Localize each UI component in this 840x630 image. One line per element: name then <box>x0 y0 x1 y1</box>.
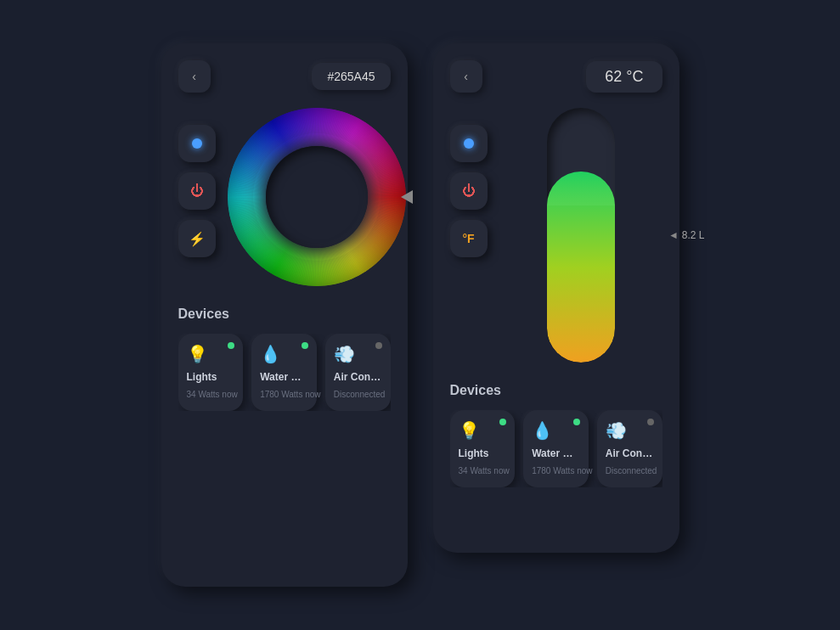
device-icon: 💨 <box>606 420 654 441</box>
device-name-label: Lights <box>459 447 507 459</box>
right-header: ‹ 62 °C <box>450 60 662 93</box>
power-button-left[interactable]: ⏻ <box>178 172 216 210</box>
device-status-dot <box>375 342 382 349</box>
wheel-indicator-icon <box>401 190 413 204</box>
color-code-badge: #265A45 <box>312 63 390 90</box>
device-status-dot <box>302 342 308 349</box>
color-wheel-inner <box>266 146 368 248</box>
thermo-level-label: ◄ 8.2 L <box>668 229 705 241</box>
left-back-button[interactable]: ‹ <box>178 60 211 93</box>
device-name-label: Air Condit... <box>334 371 382 383</box>
left-side-controls: ⏻ ⚡ <box>178 108 216 286</box>
color-wheel-section: ⏻ ⚡ <box>178 108 391 286</box>
device-watt-label: Disconnected <box>334 390 386 399</box>
right-side-controls: ⏻ °F <box>450 108 488 363</box>
level-value: 8.2 L <box>682 229 705 241</box>
right-devices-title: Devices <box>450 383 662 398</box>
right-blue-dot-icon <box>464 138 474 149</box>
device-card[interactable]: 💧Water Heater1780 Watts now <box>251 334 317 411</box>
left-header: ‹ #265A45 <box>178 60 391 93</box>
device-watt-label: Disconnected <box>606 466 657 475</box>
device-card[interactable]: 💧Water Heater1780 Watts now <box>523 410 589 487</box>
device-name-label: Air Condit... <box>606 447 654 459</box>
thermo-section: ⏻ °F ◄ 8.2 L <box>450 108 662 363</box>
device-icon: 💧 <box>532 420 580 441</box>
device-watt-label: 1780 Watts now <box>532 466 592 475</box>
left-card: ‹ #265A45 ⏻ ⚡ <box>161 43 408 587</box>
temperature-badge: 62 °C <box>586 61 662 93</box>
device-status-dot <box>647 419 654 425</box>
power-button-right[interactable]: ⏻ <box>450 172 488 210</box>
thermometer-track[interactable] <box>547 108 615 363</box>
device-card[interactable]: 💨Air Condit...Disconnected <box>597 410 662 487</box>
device-card[interactable]: 💡Lights34 Watts now <box>178 334 244 411</box>
thermometer-fill <box>547 172 615 363</box>
dot-button[interactable] <box>178 125 216 162</box>
bolt-button[interactable]: ⚡ <box>178 220 216 257</box>
device-card[interactable]: 💨Air Condit...Disconnected <box>325 334 391 411</box>
device-icon: 💧 <box>260 344 308 364</box>
device-watt-label: 34 Watts now <box>187 390 238 399</box>
left-back-icon: ‹ <box>192 70 196 83</box>
bolt-icon: ⚡ <box>189 231 206 247</box>
blue-dot-icon <box>192 138 202 149</box>
device-name-label: Lights <box>187 371 235 383</box>
main-container: ‹ #265A45 ⏻ ⚡ <box>161 43 679 587</box>
color-code-text: #265A45 <box>327 70 375 83</box>
left-devices-grid: 💡Lights34 Watts now💧Water Heater1780 Wat… <box>178 334 391 411</box>
thermometer-wrapper: ◄ 8.2 L <box>499 108 662 363</box>
right-card: ‹ 62 °C ⏻ °F <box>433 43 679 553</box>
right-back-icon: ‹ <box>464 70 468 83</box>
device-name-label: Water Heater <box>260 371 308 383</box>
temperature-text: 62 °C <box>605 68 643 85</box>
device-watt-label: 34 Watts now <box>459 466 510 475</box>
color-wheel-wrapper[interactable] <box>228 108 406 286</box>
power-icon-right: ⏻ <box>462 183 476 199</box>
right-back-button[interactable]: ‹ <box>450 60 482 93</box>
left-devices-title: Devices <box>178 307 391 322</box>
fahrenheit-button[interactable]: °F <box>450 220 488 257</box>
device-watt-label: 1780 Watts now <box>260 390 320 399</box>
fahrenheit-icon: °F <box>462 232 474 245</box>
right-dot-button[interactable] <box>450 125 488 162</box>
power-icon-left: ⏻ <box>190 183 204 199</box>
device-status-dot <box>573 419 580 425</box>
level-arrow-icon: ◄ <box>668 229 679 241</box>
device-name-label: Water Heater <box>532 447 580 459</box>
device-card[interactable]: 💡Lights34 Watts now <box>450 410 516 487</box>
device-icon: 💨 <box>334 344 382 364</box>
right-devices-grid: 💡Lights34 Watts now💧Water Heater1780 Wat… <box>450 410 662 487</box>
